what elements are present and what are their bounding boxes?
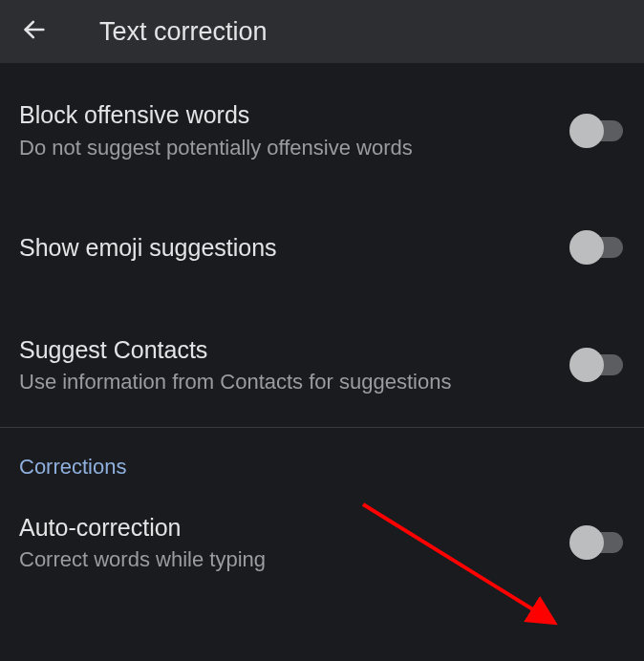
section-header-corrections: Corrections [0,428,644,491]
app-header: Text correction [0,0,644,63]
setting-desc: Use information from Contacts for sugges… [19,369,554,396]
setting-suggest-contacts[interactable]: Suggest Contacts Use information from Co… [0,313,644,417]
toggle-thumb-icon [569,114,604,148]
setting-desc: Correct words while typing [19,546,554,574]
toggle-auto-correction[interactable] [573,532,623,553]
toggle-thumb-icon [569,348,604,382]
setting-text: Show emoji suggestions [19,232,573,264]
back-button[interactable] [15,12,54,51]
setting-text: Auto-correction Correct words while typi… [19,512,573,574]
toggle-block-offensive[interactable] [573,120,623,141]
setting-auto-correction[interactable]: Auto-correction Correct words while typi… [0,491,644,595]
setting-block-offensive[interactable]: Block offensive words Do not suggest pot… [0,78,644,182]
setting-emoji-suggestions[interactable]: Show emoji suggestions [0,211,644,285]
setting-text: Suggest Contacts Use information from Co… [19,334,573,396]
toggle-thumb-icon [569,525,604,560]
toggle-suggest-contacts[interactable] [573,354,623,375]
setting-title: Suggest Contacts [19,334,554,366]
toggle-thumb-icon [569,230,604,265]
setting-title: Auto-correction [19,512,554,544]
page-title: Text correction [99,17,268,47]
setting-title: Block offensive words [19,99,554,131]
setting-desc: Do not suggest potentially offensive wor… [19,135,554,162]
toggle-emoji-suggestions[interactable] [573,237,623,258]
setting-title: Show emoji suggestions [19,232,554,264]
setting-text: Block offensive words Do not suggest pot… [19,99,573,161]
back-arrow-icon [21,16,48,47]
